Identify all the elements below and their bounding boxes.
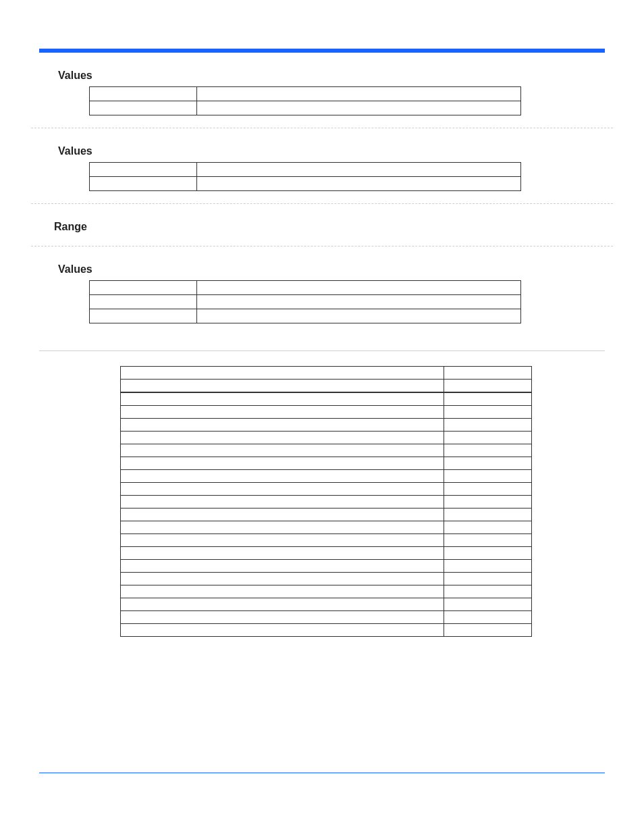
- summary-page: [444, 521, 532, 534]
- value-key: [90, 177, 197, 191]
- value-key: [90, 101, 197, 115]
- table-row: [90, 163, 521, 177]
- section-divider: [31, 128, 613, 128]
- table-row: [121, 521, 532, 534]
- table-row: [121, 534, 532, 547]
- summary-page: [444, 406, 532, 419]
- summary-name: [121, 432, 444, 444]
- summary-page: [444, 444, 532, 457]
- summary-name: [121, 392, 444, 406]
- section-title-values-2: Values: [58, 145, 605, 158]
- table-row: [90, 101, 521, 115]
- table-row: [121, 457, 532, 470]
- table-row: [121, 585, 532, 598]
- summary-page: [444, 509, 532, 521]
- value-text: [196, 309, 520, 323]
- summary-page: [444, 380, 532, 393]
- summary-name: [121, 521, 444, 534]
- value-text: [196, 281, 520, 295]
- summary-page: [444, 560, 532, 573]
- table-row: [121, 611, 532, 624]
- header-rule: [39, 49, 605, 53]
- footer-rule: [39, 773, 605, 773]
- table-row: [121, 483, 532, 496]
- table-row: [90, 87, 521, 101]
- section-divider: [31, 246, 613, 246]
- table-row: [121, 624, 532, 637]
- table-row: [121, 598, 532, 611]
- value-key: [90, 163, 197, 177]
- summary-page: [444, 573, 532, 585]
- summary-name: [121, 560, 444, 573]
- section-title-values-3: Values: [58, 263, 605, 276]
- summary-table: [120, 366, 532, 637]
- summary-page: [444, 419, 532, 432]
- summary-name: [121, 496, 444, 509]
- summary-page: [444, 624, 532, 637]
- summary-name: [121, 585, 444, 598]
- values-table-1: [89, 86, 521, 115]
- summary-name: [121, 598, 444, 611]
- summary-name: [121, 611, 444, 624]
- summary-page: [444, 470, 532, 483]
- value-text: [196, 177, 520, 191]
- table-row: [121, 380, 532, 393]
- section-title-range: Range: [54, 220, 605, 234]
- summary-page: [444, 534, 532, 547]
- values-table-3: [89, 280, 521, 323]
- value-text: [196, 163, 520, 177]
- table-row: [90, 295, 521, 309]
- table-row: [121, 367, 532, 380]
- value-text: [196, 101, 520, 115]
- table-row: [121, 496, 532, 509]
- summary-name: [121, 457, 444, 470]
- summary-name: [121, 624, 444, 637]
- section-title-values-1: Values: [58, 69, 605, 82]
- summary-divider: [39, 350, 605, 351]
- table-row: [121, 392, 532, 406]
- summary-name: [121, 367, 444, 380]
- value-key: [90, 281, 197, 295]
- table-row: [90, 309, 521, 323]
- table-row: [121, 419, 532, 432]
- summary-page: [444, 367, 532, 380]
- table-row: [121, 470, 532, 483]
- value-text: [196, 295, 520, 309]
- summary-page: [444, 547, 532, 560]
- table-row: [121, 573, 532, 585]
- summary-name: [121, 509, 444, 521]
- values-table-2: [89, 162, 521, 191]
- summary-name: [121, 406, 444, 419]
- summary-name: [121, 547, 444, 560]
- section-divider: [31, 203, 613, 204]
- table-row: [121, 406, 532, 419]
- table-row: [121, 560, 532, 573]
- summary-name: [121, 444, 444, 457]
- summary-name: [121, 470, 444, 483]
- value-key: [90, 87, 197, 101]
- summary-page: [444, 457, 532, 470]
- value-key: [90, 309, 197, 323]
- table-row: [121, 547, 532, 560]
- table-row: [121, 444, 532, 457]
- value-text: [196, 87, 520, 101]
- summary-page: [444, 496, 532, 509]
- page: Values Values Range Values: [0, 0, 644, 834]
- table-row: [121, 509, 532, 521]
- table-row: [90, 281, 521, 295]
- value-key: [90, 295, 197, 309]
- summary-page: [444, 392, 532, 406]
- summary-name: [121, 534, 444, 547]
- summary-page: [444, 598, 532, 611]
- table-row: [90, 177, 521, 191]
- summary-name: [121, 380, 444, 393]
- table-row: [121, 432, 532, 444]
- summary-name: [121, 419, 444, 432]
- summary-page: [444, 432, 532, 444]
- summary-name: [121, 573, 444, 585]
- summary-name: [121, 483, 444, 496]
- summary-page: [444, 483, 532, 496]
- summary-page: [444, 611, 532, 624]
- summary-page: [444, 585, 532, 598]
